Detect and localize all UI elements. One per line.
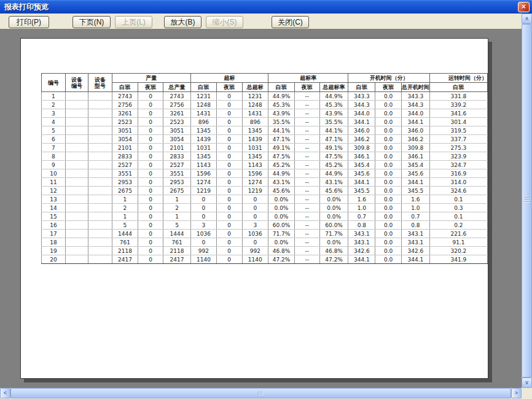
table-cell: 342.6 [348, 247, 375, 255]
table-cell: 47.1% [319, 135, 348, 144]
table-cell: 2953 [163, 178, 191, 187]
scroll-left-icon[interactable]: < [0, 388, 10, 398]
table-cell: 0.1 [429, 212, 487, 221]
table-cell: 2101 [112, 144, 138, 152]
table-cell: 91.1 [429, 238, 487, 247]
table-cell: 761 [163, 238, 191, 247]
scroll-down-icon[interactable]: ∨ [522, 378, 532, 388]
column-header: 总超标率 [319, 83, 348, 92]
table-row: 127430274312310123144.9%--44.9%343.30.03… [42, 92, 488, 101]
table-row: 530510305113450134544.1%--44.1%346.00.03… [42, 126, 488, 135]
table-cell [65, 230, 88, 238]
table-cell: 0 [191, 212, 217, 221]
table-cell: 0 [138, 187, 163, 195]
table-cell: 309.8 [348, 144, 375, 152]
table-cell: -- [294, 238, 319, 247]
table-cell [88, 135, 112, 144]
header-row-groups: 编号设备 编号设备 型号产量超标超标率开机时间（分）运转时间（分） [42, 74, 488, 83]
table-cell: 275.3 [429, 144, 487, 152]
table-cell: 345.5 [401, 187, 429, 195]
table-cell: 3551 [112, 169, 138, 178]
toolbar: 打印(P) 下页(N) 上页(L) 放大(B) 缩小(S) 关闭(C) [0, 14, 522, 29]
table-cell: 35.5% [268, 118, 295, 126]
table-row: 4252302523896089635.5%--35.5%344.10.0344… [42, 118, 488, 126]
scroll-right-icon[interactable]: > [511, 388, 522, 398]
table-cell: 0.0% [268, 238, 295, 247]
table-cell: 1 [112, 212, 138, 221]
table-cell: 343.3 [348, 92, 375, 101]
table-cell: 49.1% [268, 144, 295, 152]
table-cell: 2 [163, 204, 191, 212]
horizontal-scrollbar-thumb[interactable] [10, 388, 511, 398]
table-cell: 43.1% [268, 178, 295, 187]
table-row: 151010000.0%--0.0%0.70.00.70.1 [42, 212, 488, 221]
close-button[interactable]: 关闭(C) [272, 16, 309, 28]
table-cell: 1036 [242, 230, 268, 238]
next-page-button[interactable]: 下页(N) [72, 16, 111, 28]
table-cell: 2118 [112, 247, 138, 255]
table-cell: 44.1% [319, 126, 348, 135]
table-cell: 0.0 [375, 144, 401, 152]
table-cell: 320.2 [429, 247, 487, 255]
table-cell: 344.0 [401, 109, 429, 118]
table-cell: 0.0 [375, 161, 401, 169]
table-cell: 45.6% [268, 187, 295, 195]
table-cell: -- [294, 169, 319, 178]
table-cell: -- [294, 101, 319, 109]
table-cell: 0.0% [319, 204, 348, 212]
prev-page-button: 上页(L) [115, 16, 152, 28]
table-cell: 344.1 [348, 178, 375, 187]
table-cell [65, 221, 88, 230]
vertical-scrollbar[interactable]: ∧ ∨ [522, 14, 532, 388]
table-cell: 15 [42, 212, 66, 221]
column-group-header: 运转时间（分） [429, 74, 487, 83]
table-cell: 5 [112, 221, 138, 230]
table-cell: 2 [112, 204, 138, 212]
table-cell: 0 [216, 178, 242, 187]
table-cell [65, 195, 88, 204]
column-header: 白班 [191, 83, 217, 92]
table-cell: 0.8 [348, 221, 375, 230]
table-cell: 301.4 [429, 118, 487, 126]
table-cell: 1.6 [401, 195, 429, 204]
table-cell: 1140 [191, 255, 217, 264]
table-cell: 0 [216, 212, 242, 221]
scroll-up-icon[interactable]: ∧ [522, 14, 532, 24]
table-cell: 343.1 [348, 230, 375, 238]
table-cell: 2523 [163, 118, 191, 126]
table-cell: 2833 [163, 152, 191, 161]
table-cell: -- [294, 135, 319, 144]
close-icon[interactable]: × [518, 2, 530, 12]
table-cell: 0.0 [375, 187, 401, 195]
print-button[interactable]: 打印(P) [9, 16, 49, 28]
table-cell: 0.0 [375, 195, 401, 204]
table-cell: -- [294, 92, 319, 101]
table-cell [88, 144, 112, 152]
table-cell: 47.1% [268, 135, 295, 144]
scrollbar-grip [258, 391, 264, 396]
table-cell [88, 195, 112, 204]
table-cell: 2527 [163, 161, 191, 169]
zoom-in-button[interactable]: 放大(B) [164, 16, 201, 28]
table-cell: 0 [138, 204, 163, 212]
table-cell: 2675 [112, 187, 138, 195]
table-cell: 344.3 [348, 101, 375, 109]
vertical-scrollbar-thumb[interactable] [522, 24, 532, 378]
table-cell [88, 101, 112, 109]
table-cell [65, 178, 88, 187]
table-cell: 0 [138, 126, 163, 135]
table-cell: 47.5% [319, 152, 348, 161]
table-cell: -- [294, 195, 319, 204]
table-cell: 343.1 [401, 230, 429, 238]
column-group-header: 超标率 [268, 74, 348, 83]
table-cell: 346.1 [348, 152, 375, 161]
table-cell: 8 [42, 152, 66, 161]
column-header: 夜班 [216, 83, 242, 92]
table-cell: 0 [216, 101, 242, 109]
table-cell: 309.8 [401, 144, 429, 152]
table-cell: 0 [138, 144, 163, 152]
horizontal-scrollbar[interactable]: < > [0, 388, 522, 398]
table-cell [65, 204, 88, 212]
table-cell: 1219 [191, 187, 217, 195]
table-cell: 0 [216, 161, 242, 169]
